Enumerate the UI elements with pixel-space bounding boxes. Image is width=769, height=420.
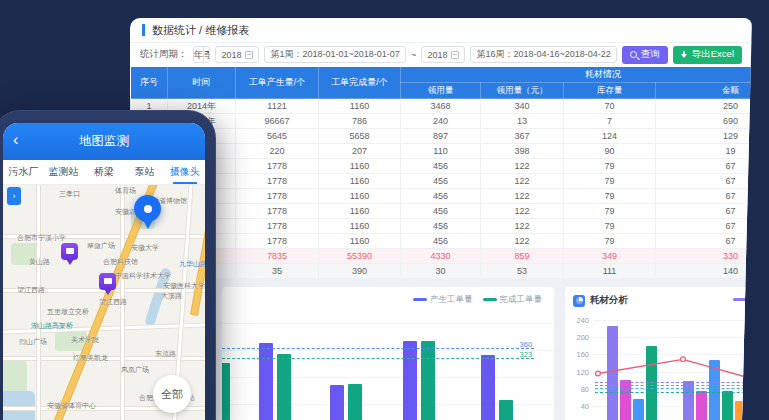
phone-tab-摄像头[interactable]: 摄像头: [165, 160, 205, 184]
table-cell: 122: [481, 159, 564, 174]
all-button[interactable]: 全部: [153, 375, 191, 413]
table-cell: 250: [656, 99, 753, 114]
map-label: 凤凰广场: [121, 365, 149, 375]
map-label: 东流路: [155, 349, 176, 359]
map-label: 望江西路: [17, 285, 45, 295]
phone-tab-泵站[interactable]: 泵站: [124, 160, 164, 184]
table-cell: 330: [656, 249, 753, 264]
table-cell: 1778: [236, 219, 319, 234]
breadcrumb-text: 数据统计 / 维修报表: [152, 23, 249, 38]
table-cell: 90: [564, 144, 656, 159]
table-cell: 1121: [236, 99, 319, 114]
table-cell: 67: [656, 159, 753, 174]
map-label: 红星美凯龙: [73, 353, 108, 363]
report-table: 序号 时间 工单产生量/个 工单完成量/个 耗材情况 领用量 领用量（元） 库存…: [130, 66, 752, 279]
table-cell: 456: [401, 219, 481, 234]
table-cell: 1160: [319, 189, 401, 204]
table-cell: 390: [319, 264, 401, 279]
table-cell: 79: [564, 189, 656, 204]
back-icon[interactable]: ‹: [13, 131, 18, 149]
table-cell: 3468: [401, 99, 481, 114]
table-cell: 1160: [319, 234, 401, 249]
chart-bar: [499, 400, 513, 420]
table-cell: 220: [236, 144, 319, 159]
table-cell: 897: [401, 129, 481, 144]
map-highway: [191, 225, 205, 315]
phone-tab-桥梁[interactable]: 桥梁: [84, 160, 124, 184]
year-start-select[interactable]: 2018: [215, 46, 259, 63]
table-cell: 456: [401, 234, 481, 249]
table-cell: 786: [319, 114, 401, 129]
col-header-time: 时间: [168, 67, 236, 99]
table-row: 5第12周177811604561227967: [131, 159, 753, 174]
year-end-select[interactable]: 2018: [421, 46, 465, 63]
range-tilde: ~: [411, 49, 417, 60]
period-option-季[interactable]: 季: [204, 47, 210, 62]
table-cell: 55390: [319, 249, 401, 264]
map-water: [3, 391, 35, 420]
table-cell: 140: [656, 264, 753, 279]
table-cell: 1160: [319, 159, 401, 174]
chart-bar: [277, 354, 291, 420]
dashboard-window: 数据统计 / 维修报表 统计周期： 年季月周日 2018 第1周：2018-01…: [130, 18, 752, 420]
table-cell: 79: [564, 234, 656, 249]
camera-pin[interactable]: [99, 273, 116, 290]
workorder-chart-card: 产生工单量完成工单量 360323: [222, 287, 554, 420]
material-chart-card: 耗材分析 2402001601208040: [565, 287, 752, 420]
table-cell: 79: [564, 204, 656, 219]
stage: 数据统计 / 维修报表 统计周期： 年季月周日 2018 第1周：2018-01…: [0, 0, 769, 420]
reference-line: 323: [222, 358, 534, 359]
table-cell: 67: [656, 234, 753, 249]
location-pin[interactable]: [134, 195, 161, 222]
chart-bar: [348, 384, 362, 420]
table-cell: 456: [401, 159, 481, 174]
sub-header: 库存量: [564, 83, 656, 99]
table-cell: 79: [564, 159, 656, 174]
map-view[interactable]: 三孝口体育场安徽省博物馆安徽农业大学合肥市宁溪小学翠微广场安徽大学合肥科技馆黄山…: [3, 185, 205, 420]
chart-bar: [259, 343, 273, 420]
range-end-input[interactable]: 第16周：2018-04-16~2018-04-22: [470, 46, 616, 63]
table-row: 42017年2202071103989019: [131, 144, 753, 159]
table-cell: 1778: [236, 204, 319, 219]
table-cell: 456: [401, 174, 481, 189]
table-cell: 1160: [319, 204, 401, 219]
range-start-input[interactable]: 第1周：2018-01-01~2018-01-07: [264, 46, 405, 63]
table-cell: 240: [401, 114, 481, 129]
table-cell: 122: [481, 174, 564, 189]
col-header-group: 耗材情况: [401, 67, 753, 83]
chart-bar: [330, 385, 344, 420]
table-cell: 1778: [236, 174, 319, 189]
table-cell: 398: [481, 144, 564, 159]
camera-pin[interactable]: [61, 243, 78, 260]
map-expander-button[interactable]: ›: [7, 187, 21, 205]
period-segmented-control: 年季月周日: [193, 46, 211, 63]
export-excel-button[interactable]: 导出Excel: [673, 46, 742, 64]
table-cell: 690: [656, 114, 753, 129]
map-label: 黄山路: [29, 257, 50, 267]
map-label: 三孝口: [59, 189, 80, 199]
search-button[interactable]: 查询: [622, 46, 668, 64]
phone-tab-监测站[interactable]: 监测站: [43, 160, 83, 184]
table-cell: 67: [656, 219, 753, 234]
phone-tab-污水厂[interactable]: 污水厂: [3, 160, 43, 184]
table-cell: 79: [564, 174, 656, 189]
map-label: 翠微广场: [87, 241, 115, 251]
table-row: 8第15周177811604561227967: [131, 204, 753, 219]
left-chart-plot: 360323: [222, 287, 554, 420]
table-cell: 340: [481, 99, 564, 114]
table-row: 9第16周177811604561227967: [131, 219, 753, 234]
breadcrumb-accent: [142, 24, 145, 36]
chart-bar: [421, 341, 435, 420]
map-label: 中国科学技术大学: [115, 271, 171, 281]
table-row: 7第14周177811604561227967: [131, 189, 753, 204]
reference-label: 323: [520, 350, 533, 359]
chart-bar: [222, 363, 230, 420]
table-row: 平均值353903053111140: [131, 264, 753, 279]
sub-header: 金额: [656, 83, 753, 99]
map-label: 望江西路: [99, 297, 127, 307]
table-cell: 5658: [319, 129, 401, 144]
table-cell: 13: [481, 114, 564, 129]
map-label: 烈山广场: [19, 337, 47, 347]
table-row: 10第17周177811604561227967: [131, 234, 753, 249]
period-option-年[interactable]: 年: [194, 47, 205, 62]
